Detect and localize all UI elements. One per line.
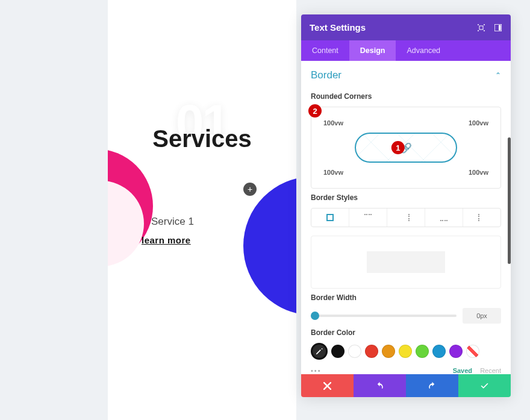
tab-content[interactable]: Content (301, 40, 349, 61)
corner-bottom-left-value[interactable]: 100vw (323, 169, 343, 176)
section-border-title: Border (311, 69, 341, 81)
border-style-bottom[interactable] (425, 208, 463, 227)
border-style-top[interactable] (349, 208, 387, 227)
border-style-all[interactable] (311, 208, 349, 227)
corner-top-right-value[interactable]: 100vw (469, 119, 488, 127)
cancel-button[interactable] (301, 374, 354, 397)
swatch-black[interactable] (331, 345, 344, 358)
tutorial-callout-1: 1 (391, 141, 405, 154)
border-styles-label: Border Styles (311, 193, 501, 202)
preview-canvas: 01 Services Service 1 learn more + (108, 0, 296, 420)
recent-palette-tab[interactable]: Recent (480, 367, 501, 374)
swatch-blue[interactable] (432, 345, 446, 358)
swatch-red[interactable] (365, 345, 378, 358)
svg-rect-6 (499, 25, 501, 30)
service-label: Service 1 (151, 216, 194, 228)
svg-rect-0 (479, 26, 483, 30)
chevron-up-icon: ⌃ (495, 71, 501, 80)
panel-header: Text Settings (301, 14, 511, 40)
corner-top-left-value[interactable]: 100vw (323, 119, 343, 127)
svg-point-2 (484, 24, 485, 25)
swatch-none[interactable] (466, 345, 479, 358)
save-button[interactable] (458, 374, 511, 397)
section-border-header[interactable]: Border ⌃ (311, 61, 501, 87)
svg-point-4 (484, 30, 485, 31)
color-swatch-row: ••• Saved Recent (311, 343, 501, 374)
swatch-orange[interactable] (382, 345, 395, 358)
scrollbar-thumb[interactable] (508, 137, 511, 264)
slider-thumb[interactable] (311, 312, 319, 320)
tab-advanced[interactable]: Advanced (396, 40, 451, 61)
corner-bottom-right-value[interactable]: 100vw (469, 169, 488, 176)
panel-body: Border ⌃ Rounded Corners 2 100vw 100vw 1… (301, 61, 511, 374)
panel-title: Text Settings (310, 22, 366, 33)
border-width-slider[interactable] (311, 315, 457, 317)
border-styles-group (311, 208, 501, 227)
border-width-value[interactable]: 0px (463, 308, 501, 324)
saved-palette-tab[interactable]: Saved (453, 367, 472, 374)
border-preview-inner (367, 251, 445, 273)
services-heading: Services (152, 125, 252, 152)
swatch-green[interactable] (416, 345, 429, 358)
rounded-corners-label: Rounded Corners (311, 92, 501, 101)
border-style-left[interactable] (463, 208, 500, 227)
snap-icon[interactable] (494, 24, 502, 32)
swatch-white[interactable] (348, 345, 361, 358)
panel-footer (301, 374, 511, 397)
svg-point-3 (478, 30, 479, 31)
undo-button[interactable] (354, 374, 406, 397)
svg-point-1 (478, 24, 479, 25)
more-swatches-icon[interactable]: ••• (311, 367, 322, 374)
settings-tabs: Content Design Advanced (301, 40, 511, 61)
border-width-label: Border Width (311, 293, 501, 302)
expand-icon[interactable] (477, 24, 485, 32)
border-preview (311, 236, 501, 289)
swatch-purple[interactable] (449, 345, 463, 358)
border-color-label: Border Color (311, 328, 501, 337)
redo-button[interactable] (406, 374, 458, 397)
add-module-button[interactable]: + (243, 183, 257, 196)
corners-link-toggle[interactable]: 1 🔗 (355, 133, 457, 163)
tutorial-callout-2: 2 (308, 104, 322, 118)
color-picker-button[interactable] (311, 343, 328, 360)
panel-scrollbar[interactable] (508, 137, 511, 378)
blue-circle-shape (243, 177, 296, 315)
border-style-right[interactable] (387, 208, 425, 227)
swatch-yellow[interactable] (399, 345, 412, 358)
tab-design[interactable]: Design (349, 40, 396, 61)
settings-panel: Text Settings Content Design Advanced Bo… (301, 14, 511, 397)
learn-more-link[interactable]: learn more (142, 235, 191, 245)
rounded-corners-control[interactable]: 2 100vw 100vw 1 🔗 100vw 100vw (311, 107, 501, 189)
